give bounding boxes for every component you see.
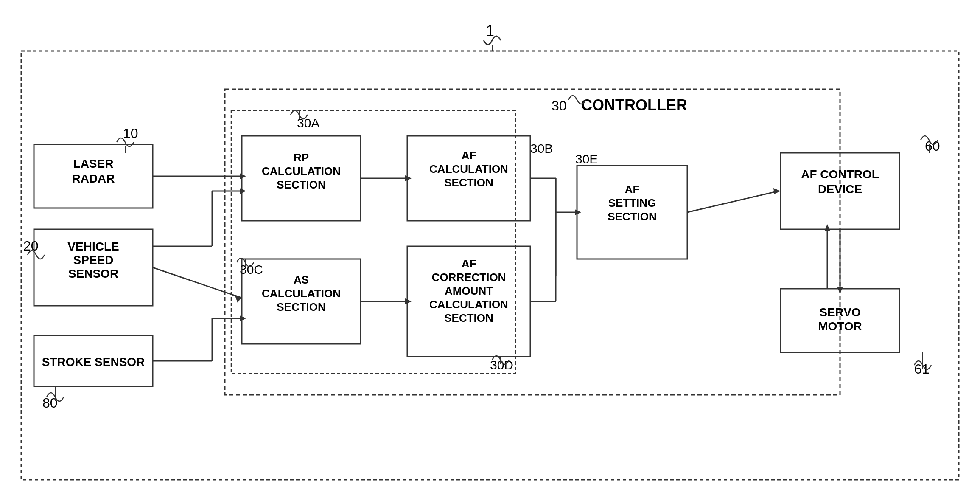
af-calc-label-1: AF: [462, 149, 476, 162]
af-calc-label-3: SECTION: [444, 176, 493, 189]
rp-calc-label-3: SECTION: [277, 178, 326, 191]
stroke-sensor-label: STROKE SENSOR: [42, 355, 145, 369]
vehicle-speed-label-3: SENSOR: [68, 267, 118, 280]
ref-30a: 30A: [297, 116, 319, 130]
as-calc-label-2: CALCULATION: [262, 287, 341, 300]
arrowhead-bracket-setting: [575, 209, 581, 215]
vehicle-speed-label-2: SPEED: [73, 253, 114, 267]
af-corr-label-1: AF: [462, 257, 476, 270]
ref-num-30: 30: [552, 98, 567, 113]
diagram-container: 1 CONTROLLER 30 LASER RADAR 10 VEHICLE S…: [0, 0, 980, 501]
rp-calc-label-1: RP: [294, 151, 309, 164]
af-corr-label-3: AMOUNT: [445, 284, 493, 297]
ref-30e: 30E: [575, 152, 598, 166]
af-control-label-2: DEVICE: [818, 183, 862, 196]
arrow-setting-control: [687, 191, 778, 212]
arrowhead-rp-af: [405, 175, 412, 181]
af-corr-label-5: SECTION: [444, 312, 493, 324]
arrow-vehicle-as: [153, 267, 240, 297]
arrowhead-laser-rp: [240, 173, 246, 179]
servo-motor-label-2: MOTOR: [818, 320, 862, 333]
controller-box: [225, 89, 840, 395]
outer-border: [21, 51, 959, 480]
controller-label: CONTROLLER: [581, 96, 687, 114]
arrowhead-setting-control: [773, 188, 781, 194]
af-control-label-1: AF CONTROL: [801, 168, 879, 181]
ref-30c: 30C: [240, 262, 263, 276]
servo-motor-label-1: SERVO: [819, 306, 861, 319]
af-calc-label-2: CALCULATION: [429, 163, 508, 175]
af-setting-label-1: AF: [625, 183, 640, 196]
arrowhead-vehicle-as: [235, 295, 242, 303]
af-setting-label-2: SETTING: [608, 197, 656, 209]
af-setting-label-3: SECTION: [608, 210, 657, 223]
laser-radar-label-2: RADAR: [72, 172, 115, 185]
rp-calc-label-2: CALCULATION: [262, 165, 341, 177]
hidden: [556, 217, 575, 276]
ref-30d: 30D: [490, 358, 513, 372]
as-calc-label-3: SECTION: [277, 301, 326, 313]
ref-num-10: 10: [123, 126, 138, 141]
af-corr-label-4: CALCULATION: [429, 298, 508, 311]
laser-radar-label-1: LASER: [73, 157, 114, 170]
vehicle-speed-label-1: VEHICLE: [67, 240, 119, 253]
ref-30b: 30B: [530, 141, 553, 155]
arrowhead-control-servo: [837, 287, 843, 294]
ref-num-1: 1: [486, 22, 494, 39]
af-corr-label-2: CORRECTION: [432, 271, 506, 284]
arrowhead-servo-control: [824, 224, 830, 231]
as-calc-label-1: AS: [294, 273, 309, 286]
arrowhead-as-afcorr: [405, 298, 412, 304]
arrowhead-stroke-as: [240, 315, 246, 321]
arrowhead-vehicle-rp: [240, 188, 246, 194]
